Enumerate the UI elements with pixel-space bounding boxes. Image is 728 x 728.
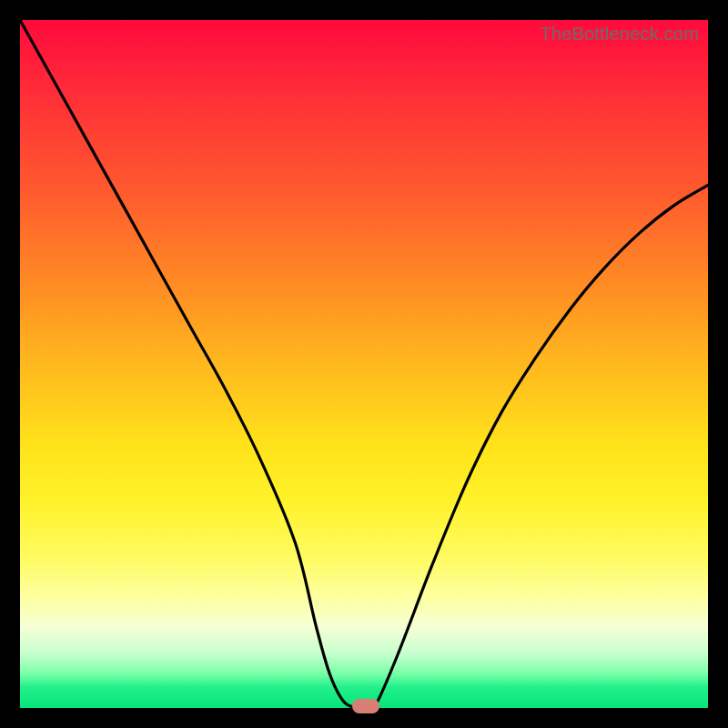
chart-stage: TheBottleneck.com — [0, 0, 728, 728]
bottleneck-curve — [20, 20, 708, 708]
optimum-marker — [352, 699, 379, 713]
plot-area: TheBottleneck.com — [20, 20, 708, 708]
